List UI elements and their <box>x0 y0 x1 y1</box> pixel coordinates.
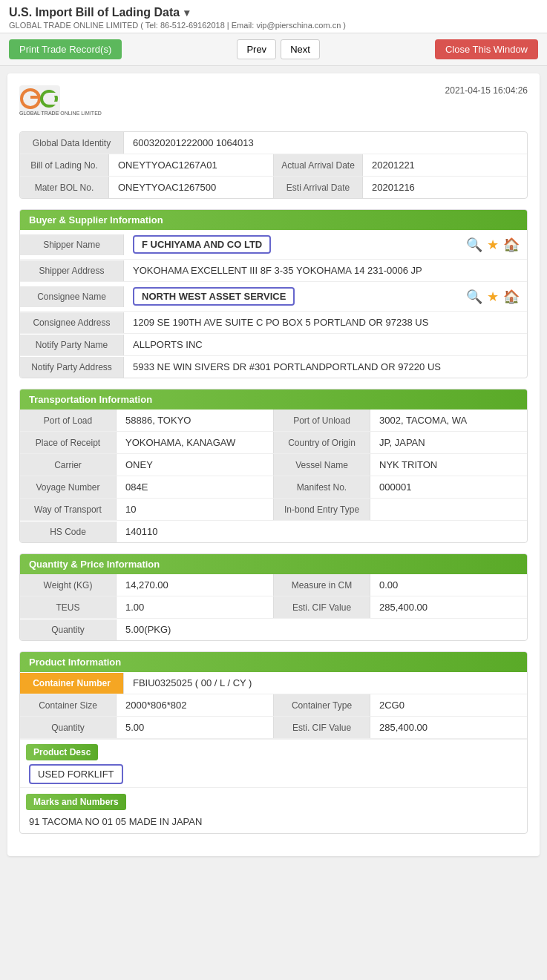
hs-code-label: HS Code <box>20 522 117 542</box>
logo-area: GLOBAL TRADE ONLINE LIMITED 2021-04-15 1… <box>19 85 528 121</box>
print-button[interactable]: Print Trade Record(s) <box>9 39 122 59</box>
place-receipt-value: YOKOHAMA, KANAGAW <box>117 432 273 453</box>
quantity-price-header: Quantity & Price Information <box>20 554 527 574</box>
container-number-label: Container Number <box>20 673 124 694</box>
product-desc-section: Product Desc USED FORKLIFT <box>20 739 527 787</box>
teus-value: 1.00 <box>117 596 273 618</box>
shipper-name-value: F UCHIYAMA AND CO LTD <box>124 230 466 259</box>
carrier-value: ONEY <box>117 454 273 476</box>
way-transport-value: 10 <box>117 499 273 520</box>
quantity-row: Quantity 5.00(PKG) <box>20 619 527 640</box>
logo: GLOBAL TRADE ONLINE LIMITED <box>19 85 108 121</box>
marks-label: Marks and Numbers <box>26 794 126 810</box>
receipt-row: Place of Receipt YOKOHAMA, KANAGAW Count… <box>20 432 527 454</box>
notify-name-label: Notify Party Name <box>20 335 124 355</box>
global-id-label: Global Data Identity <box>20 132 124 154</box>
carrier-label: Carrier <box>20 454 117 476</box>
container-type-value: 2CG0 <box>370 694 527 716</box>
transportation-title: Transportation Information <box>29 394 152 405</box>
esti-cif-label: Esti. CIF Value <box>274 596 370 618</box>
svg-rect-5 <box>49 102 58 105</box>
product-desc-value-wrapper: USED FORKLIFT <box>26 764 521 784</box>
shipper-address-row: Shipper Address YOKOHAMA EXCELLENT III 8… <box>20 260 527 282</box>
consignee-name-value: NORTH WEST ASSET SERVICE <box>124 282 466 311</box>
carrier-row: Carrier ONEY Vessel Name NYK TRITON <box>20 454 527 476</box>
teus-label: TEUS <box>20 596 117 618</box>
buyer-supplier-section: Buyer & Supplier Information Shipper Nam… <box>19 209 528 378</box>
way-transport-row: Way of Transport 10 In-bond Entry Type <box>20 499 527 521</box>
header-info-box: Global Data Identity 600320201222000 106… <box>19 131 528 199</box>
port-load-label: Port of Load <box>20 410 117 431</box>
notify-name-value: ALLPORTS INC <box>124 334 527 355</box>
manifest-no-label: Manifest No. <box>274 476 370 498</box>
transportation-header: Transportation Information <box>20 389 527 410</box>
hs-code-value: 140110 <box>117 521 527 542</box>
weight-label: Weight (KG) <box>20 574 117 596</box>
container-type-label: Container Type <box>274 694 370 716</box>
actual-arrival-label: Actual Arrival Date <box>274 154 363 176</box>
consignee-address-value: 1209 SE 190TH AVE SUITE C PO BOX 5 PORTL… <box>124 312 527 333</box>
container-size-row: Container Size 2000*806*802 Container Ty… <box>20 694 527 717</box>
consignee-address-label: Consignee Address <box>20 312 124 333</box>
consignee-star-icon[interactable]: ★ <box>487 289 499 305</box>
next-button[interactable]: Next <box>281 39 320 59</box>
container-number-value: FBIU0325025 ( 00 / L / CY ) <box>124 672 527 694</box>
country-origin-label: Country of Origin <box>274 432 370 453</box>
title-dropdown-icon[interactable]: ▾ <box>184 7 189 19</box>
esti-cif-value: 285,400.00 <box>370 596 527 618</box>
actual-arrival-value: 20201221 <box>363 154 527 176</box>
container-number-row: Container Number FBIU0325025 ( 00 / L / … <box>20 672 527 694</box>
product-quantity-value: 5.00 <box>117 717 273 738</box>
notify-address-row: Notify Party Address 5933 NE WIN SIVERS … <box>20 356 527 378</box>
product-desc-label: Product Desc <box>26 744 98 760</box>
port-unload-value: 3002, TACOMA, WA <box>370 410 527 431</box>
voyage-number-label: Voyage Number <box>20 476 117 498</box>
buyer-supplier-header: Buyer & Supplier Information <box>20 210 527 230</box>
shipper-star-icon[interactable]: ★ <box>487 237 499 253</box>
esti-arrival-value: 20201216 <box>363 177 527 198</box>
page-subtitle: GLOBAL TRADE ONLINE LIMITED ( Tel: 86-51… <box>9 21 538 30</box>
shipper-actions: 🔍 ★ 🏠 <box>466 237 527 253</box>
bol-no-label: Bill of Lading No. <box>20 154 109 176</box>
marks-section: Marks and Numbers 91 TACOMA NO 01 05 MAD… <box>20 787 527 833</box>
weight-value: 14,270.00 <box>117 574 273 596</box>
page-title: U.S. Import Bill of Lading Data ▾ <box>9 6 538 19</box>
esti-arrival-label: Esti Arrival Date <box>274 177 363 198</box>
product-desc-value: USED FORKLIFT <box>29 764 123 784</box>
teus-row: TEUS 1.00 Esti. CIF Value 285,400.00 <box>20 596 527 619</box>
shipper-address-label: Shipper Address <box>20 260 124 281</box>
shipper-search-icon[interactable]: 🔍 <box>466 237 482 253</box>
notify-address-label: Notify Party Address <box>20 357 124 378</box>
quantity-price-title: Quantity & Price Information <box>29 559 160 570</box>
product-info-title: Product Information <box>29 657 121 668</box>
notify-name-row: Notify Party Name ALLPORTS INC <box>20 334 527 356</box>
shipper-address-value: YOKOHAMA EXCELLENT III 8F 3-35 YOKOHAMA … <box>124 260 527 281</box>
consignee-address-row: Consignee Address 1209 SE 190TH AVE SUIT… <box>20 312 527 334</box>
svg-rect-2 <box>30 96 38 99</box>
product-quantity-row: Quantity 5.00 Esti. CIF Value 285,400.00 <box>20 717 527 739</box>
toolbar: Print Trade Record(s) Prev Next Close Th… <box>0 33 547 66</box>
mater-bol-row: Mater BOL No. ONEYTYOAC1267500 Esti Arri… <box>20 177 527 198</box>
shipper-home-icon[interactable]: 🏠 <box>503 237 520 253</box>
consignee-search-icon[interactable]: 🔍 <box>466 289 482 305</box>
prev-button[interactable]: Prev <box>237 39 276 59</box>
transportation-section: Transportation Information Port of Load … <box>19 389 528 543</box>
country-origin-value: JP, JAPAN <box>370 432 527 453</box>
port-row: Port of Load 58886, TOKYO Port of Unload… <box>20 410 527 432</box>
close-button[interactable]: Close This Window <box>435 39 538 59</box>
inbond-entry-label: In-bond Entry Type <box>274 499 370 520</box>
vessel-name-label: Vessel Name <box>274 454 370 476</box>
buyer-supplier-title: Buyer & Supplier Information <box>29 214 163 226</box>
container-size-label: Container Size <box>20 694 117 716</box>
vessel-name-value: NYK TRITON <box>370 454 527 476</box>
measure-cm-value: 0.00 <box>370 574 527 596</box>
container-size-value: 2000*806*802 <box>117 694 273 716</box>
shipper-name-label: Shipper Name <box>20 234 124 255</box>
marks-value: 91 TACOMA NO 01 05 MADE IN JAPAN <box>20 813 527 827</box>
consignee-home-icon[interactable]: 🏠 <box>503 289 520 305</box>
port-load-value: 58886, TOKYO <box>117 410 273 431</box>
notify-address-value: 5933 NE WIN SIVERS DR #301 PORTLANDPORTL… <box>124 356 527 378</box>
product-esti-cif-label: Esti. CIF Value <box>274 717 370 738</box>
manifest-no-value: 000001 <box>370 476 527 498</box>
weight-row: Weight (KG) 14,270.00 Measure in CM 0.00 <box>20 574 527 596</box>
